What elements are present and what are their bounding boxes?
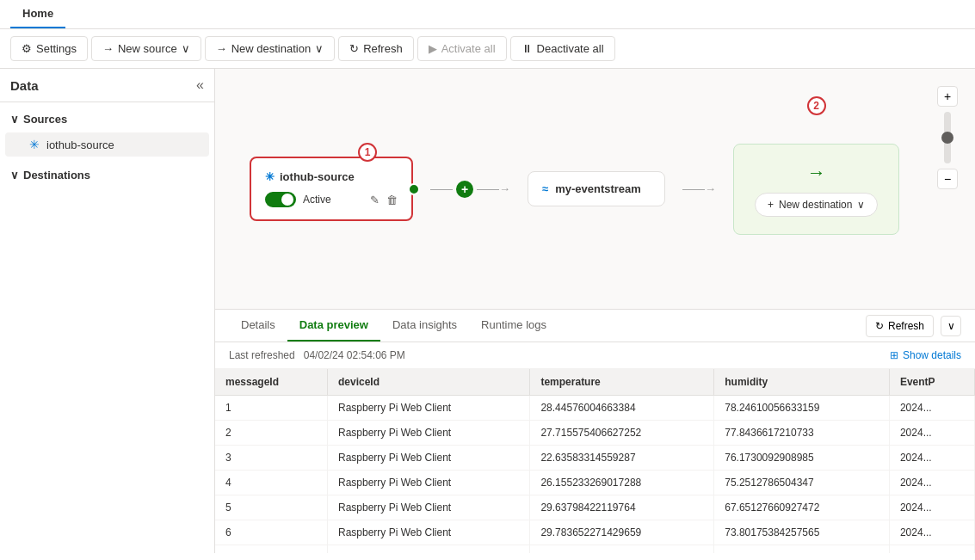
tab-runtime-logs[interactable]: Runtime logs: [469, 310, 558, 342]
dest-icon: →: [807, 162, 826, 184]
cell-row4-col2: Raspberry Pi Web Client: [327, 471, 529, 495]
sidebar-item-iothub-source[interactable]: ✳ iothub-source: [5, 132, 209, 157]
table-row: 6Raspberry Pi Web Client29.7836522714296…: [215, 520, 975, 545]
cell-row3-col1: 3: [215, 446, 327, 471]
last-refreshed-label: Last refreshed: [229, 349, 295, 361]
cell-row5-col4: 67.65127660927472: [714, 495, 890, 520]
cell-row5-col1: 5: [215, 495, 327, 520]
add-connector-button[interactable]: +: [456, 181, 473, 198]
data-preview-content: Last refreshed 04/02/24 02:54:06 PM ⊞ Sh…: [215, 342, 975, 553]
canvas-area: 1 ✳ iothub-source Active ✎ 🗑: [215, 69, 975, 310]
cell-row5-col5: 2024...: [889, 495, 974, 520]
zoom-in-button[interactable]: +: [937, 86, 958, 107]
new-dest-plus-icon: +: [768, 199, 774, 211]
destinations-label: Destinations: [23, 169, 90, 182]
deactivate-all-label: Deactivate all: [537, 42, 604, 55]
destination-node: 2 → + New destination ∨: [733, 144, 899, 235]
new-source-icon: →: [102, 42, 114, 55]
refresh-icon: ↻: [349, 42, 359, 55]
eventstream-name: my-eventstream: [555, 182, 641, 195]
cell-row6-col2: Raspberry Pi Web Client: [327, 520, 529, 545]
source-node-name: iothub-source: [280, 170, 355, 183]
settings-button[interactable]: ⚙ Settings: [10, 36, 88, 61]
cell-row3-col4: 76.1730092908985: [714, 446, 890, 471]
activate-icon: ▶: [429, 42, 437, 55]
sources-label: Sources: [23, 113, 67, 126]
sources-section-header[interactable]: ∨ Sources: [0, 108, 214, 131]
cell-row6-col5: 2024...: [889, 520, 974, 545]
bottom-panel: Details Data preview Data insights Runti…: [215, 310, 975, 553]
toolbar: ⚙ Settings → New source ∨ → New destinat…: [0, 29, 975, 69]
sidebar-header: Data «: [0, 69, 214, 102]
panel-expand-button[interactable]: ∨: [941, 316, 961, 336]
delete-source-button[interactable]: 🗑: [386, 194, 398, 206]
cell-row2-col5: 2024...: [889, 421, 974, 446]
data-preview-refresh-button[interactable]: ↻ Refresh: [866, 315, 934, 337]
tab-refresh-icon: ↻: [875, 320, 884, 332]
new-dest-chevron-icon: ∨: [857, 199, 865, 211]
tab-data-preview[interactable]: Data preview: [287, 310, 380, 342]
cell-row2-col1: 2: [215, 421, 327, 446]
cell-row3-col5: 2024...: [889, 446, 974, 471]
source-node: 1 ✳ iothub-source Active ✎ 🗑: [250, 157, 413, 221]
source-item-label: iothub-source: [46, 138, 114, 151]
cell-row4-col5: 2024...: [889, 471, 974, 495]
content-area: 1 ✳ iothub-source Active ✎ 🗑: [215, 69, 975, 553]
new-source-label: New source: [118, 42, 177, 55]
zoom-out-button[interactable]: −: [937, 169, 958, 189]
cell-row6-col1: 6: [215, 520, 327, 545]
cell-row1-col3: 28.44576004663384: [530, 396, 714, 421]
source-node-status: Active ✎ 🗑: [265, 192, 398, 207]
cell-row4-col3: 26.155233269017288: [530, 471, 714, 495]
table-row: 2Raspberry Pi Web Client27.7155754066272…: [215, 421, 975, 446]
sidebar-collapse-button[interactable]: «: [196, 77, 204, 93]
show-details-button[interactable]: ⊞ Show details: [890, 349, 961, 361]
table-body: 1Raspberry Pi Web Client28.4457600466338…: [215, 396, 975, 554]
main-layout: Data « ∨ Sources ✳ iothub-source ∨ Desti…: [0, 69, 975, 553]
zoom-slider[interactable]: [944, 112, 951, 163]
deactivate-all-button[interactable]: ⏸ Deactivate all: [510, 36, 615, 61]
settings-icon: ⚙: [22, 42, 32, 55]
deactivate-icon: ⏸: [521, 42, 533, 55]
new-dest-icon: →: [216, 42, 227, 55]
cell-row5-col2: Raspberry Pi Web Client: [327, 495, 529, 520]
new-dest-canvas-label: New destination: [779, 199, 852, 211]
col-header-eventp: EventP: [889, 369, 974, 396]
last-refreshed-value: 04/02/24 02:54:06 PM: [304, 349, 405, 361]
source-item-icon: ✳: [29, 138, 40, 151]
sidebar-section-destinations[interactable]: ∨ Destinations: [0, 163, 214, 187]
activate-all-label: Activate all: [441, 42, 496, 55]
eventstream-node[interactable]: ≈ my-eventstream: [528, 171, 665, 206]
data-table: messageId deviceId temperature humidity …: [215, 369, 975, 553]
bottom-tab-strip: Details Data preview Data insights Runti…: [215, 310, 975, 342]
cell-row1-col1: 1: [215, 396, 327, 421]
cell-row7-col2: Raspberry Pi Web Client: [327, 545, 529, 554]
cell-row7-col4: 72.19614442128663: [714, 545, 890, 554]
edit-source-button[interactable]: ✎: [370, 194, 380, 206]
new-destination-button[interactable]: → New destination ∨: [205, 36, 336, 61]
tab-home[interactable]: Home: [10, 0, 65, 28]
settings-label: Settings: [36, 42, 77, 55]
arrow-line-3: ——→: [682, 182, 716, 195]
col-header-temperature: temperature: [530, 369, 714, 396]
source-node-icon: ✳: [265, 170, 275, 183]
tab-details[interactable]: Details: [229, 310, 287, 342]
new-source-button[interactable]: → New source ∨: [91, 36, 201, 61]
tab-bar: Home: [0, 0, 975, 29]
cell-row2-col3: 27.715575406627252: [530, 421, 714, 446]
cell-row3-col2: Raspberry Pi Web Client: [327, 446, 529, 471]
active-status-text: Active: [303, 194, 331, 206]
activate-all-button[interactable]: ▶ Activate all: [417, 36, 507, 61]
chevron-down-icon: ∨: [182, 42, 190, 55]
cell-row1-col5: 2024...: [889, 396, 974, 421]
zoom-slider-thumb[interactable]: [941, 132, 953, 144]
tab-data-insights[interactable]: Data insights: [380, 310, 469, 342]
destinations-chevron-icon: ∨: [10, 169, 19, 182]
badge-1: 1: [358, 143, 377, 162]
cell-row2-col4: 77.8436617210733: [714, 421, 890, 446]
active-toggle[interactable]: [265, 192, 296, 207]
refresh-button[interactable]: ↻ Refresh: [338, 36, 414, 61]
cell-row4-col4: 75.2512786504347: [714, 471, 890, 495]
new-destination-canvas-button[interactable]: + New destination ∨: [755, 193, 878, 217]
arrow-connector-1: —— + ——→: [430, 181, 510, 198]
